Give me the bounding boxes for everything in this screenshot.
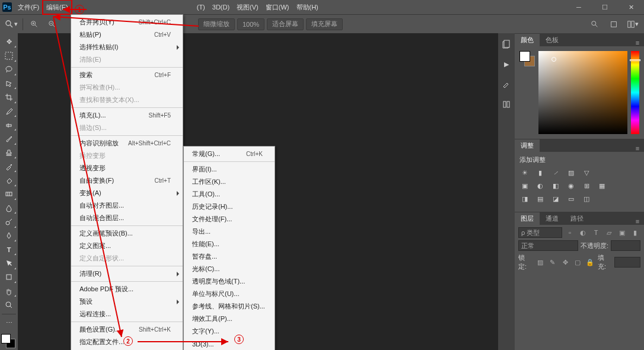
hue-icon[interactable]: ▣ (519, 181, 530, 190)
menu-item[interactable]: 增效工具(P)... (184, 313, 275, 325)
color-swatches[interactable] (0, 333, 18, 350)
brush-tool[interactable] (1, 132, 17, 145)
marquee-tool[interactable] (1, 49, 17, 62)
menu-item[interactable]: 透视变形 (71, 162, 183, 174)
invert-icon[interactable]: ◨ (519, 194, 530, 203)
opacity-input[interactable] (611, 240, 640, 251)
lock-pixel-icon[interactable]: ✎ (547, 257, 557, 268)
edit-toolbar-icon[interactable]: ⋯ (1, 317, 17, 329)
menu-item[interactable]: 自由变换(F)Ctrl+T (71, 174, 183, 187)
filter-smart-icon[interactable]: ▣ (617, 227, 627, 238)
share-icon[interactable] (606, 17, 621, 32)
zoom-in-icon[interactable] (27, 17, 42, 32)
menu-item[interactable]: 定义画笔预设(B)... (71, 227, 183, 240)
menu-file[interactable]: 文件(F) (14, 0, 43, 14)
menu-item[interactable]: 工具(O)... (184, 188, 275, 201)
panel-swatches[interactable] (519, 51, 535, 66)
panel-menu-icon[interactable]: ≡ (631, 39, 644, 46)
fill-input[interactable] (614, 257, 640, 268)
workspace-switcher-icon[interactable]: ▾ (625, 17, 640, 32)
dodge-tool[interactable] (1, 215, 17, 228)
photo-filter-icon[interactable]: ◉ (566, 181, 576, 190)
brightness-icon[interactable]: ☀ (519, 168, 530, 177)
eraser-tool[interactable] (1, 174, 17, 186)
lock-all-icon[interactable]: 🔒 (585, 257, 595, 268)
filter-type-icon[interactable]: T (591, 227, 601, 238)
crop-tool[interactable] (1, 91, 17, 103)
history-brush-tool[interactable] (1, 160, 17, 173)
exposure-icon[interactable]: ▨ (566, 168, 576, 177)
selcolor-icon[interactable]: ◫ (581, 194, 592, 203)
menu-item[interactable]: 常规(G)...Ctrl+K (184, 148, 275, 160)
zoom-out-icon[interactable] (44, 17, 60, 32)
fit-screen-pill[interactable]: 适合屏幕 (267, 18, 304, 30)
menu-item[interactable]: 工作区(K)... (184, 176, 275, 188)
color-picker-field[interactable] (538, 51, 627, 134)
menu-item[interactable]: 定义图案... (71, 240, 183, 252)
shape-tool[interactable] (1, 271, 17, 284)
tab-adjustments[interactable]: 调整 (515, 139, 540, 152)
gradient-tool[interactable] (1, 188, 17, 201)
search-icon[interactable] (587, 17, 602, 32)
poster-icon[interactable]: ▤ (535, 194, 546, 203)
lock-art-icon[interactable]: ▢ (573, 257, 583, 268)
filter-adj-icon[interactable]: ◐ (578, 227, 588, 238)
menu-item[interactable]: 导出... (184, 225, 275, 238)
menu-item[interactable]: 界面(I)... (184, 163, 275, 176)
tab-layers[interactable]: 图层 (515, 212, 540, 225)
zoom-tool[interactable] (1, 298, 17, 311)
menu-item[interactable]: 填充(L)...Shift+F5 (71, 109, 183, 122)
lock-pos-icon[interactable]: ✥ (560, 257, 570, 268)
blend-mode-select[interactable]: 正常 (518, 240, 578, 251)
menu-item[interactable]: 文件处理(F)... (184, 213, 275, 225)
menu-item[interactable]: 内容识别缩放Alt+Shift+Ctrl+C (71, 137, 183, 149)
filter-image-icon[interactable]: ▫ (565, 227, 575, 238)
menu-help[interactable]: 帮助(H) (293, 0, 322, 14)
type-tool[interactable]: T (1, 243, 17, 256)
menu-item[interactable]: 选择性粘贴(I) (71, 41, 183, 53)
menu-3d[interactable]: 3D(D) (209, 0, 233, 14)
history-panel-icon[interactable] (500, 38, 512, 50)
gradmap-icon[interactable]: ▭ (566, 194, 576, 203)
vibrance-icon[interactable]: ▽ (581, 168, 592, 177)
hue-slider[interactable] (631, 51, 639, 134)
blur-tool[interactable] (1, 202, 17, 214)
menu-item[interactable]: 指定配置文件... (71, 336, 183, 348)
tab-paths[interactable]: 路径 (565, 212, 589, 225)
chanmix-icon[interactable]: ⊞ (581, 181, 592, 190)
layer-filter-kind[interactable]: ρ 类型 (518, 227, 562, 238)
menu-edit[interactable]: 编辑(E) (43, 0, 72, 14)
lock-trans-icon[interactable]: ▨ (535, 257, 545, 268)
quick-select-tool[interactable] (1, 77, 17, 90)
filter-toggle-icon[interactable]: ▮ (630, 227, 640, 238)
menu-item[interactable]: 合并拷贝(Y)Shift+Ctrl+C (71, 16, 183, 28)
healing-tool[interactable] (1, 119, 17, 131)
menu-item[interactable]: 3D(3)... (184, 338, 275, 350)
stamp-tool[interactable] (1, 147, 17, 159)
lasso-tool[interactable] (1, 63, 17, 76)
maximize-button[interactable]: ☐ (592, 0, 618, 14)
menu-item[interactable]: 颜色设置(G)...Shift+Ctrl+K (71, 323, 183, 336)
menu-window[interactable]: 窗口(W) (262, 0, 293, 14)
hand-tool[interactable] (1, 285, 17, 297)
path-select-tool[interactable] (1, 257, 17, 269)
tab-channels[interactable]: 通道 (540, 212, 565, 225)
panel-menu-icon[interactable]: ≡ (631, 218, 644, 225)
menu-view[interactable]: 视图(V) (233, 0, 262, 14)
colbal-icon[interactable]: ◐ (535, 181, 546, 190)
menu-item[interactable]: 暂存盘... (184, 250, 275, 263)
brushes-panel-icon[interactable] (500, 78, 512, 90)
menu-item[interactable]: 参考线、网格和切片(S)... (184, 300, 275, 313)
menu-item[interactable]: 变换(A) (71, 187, 183, 199)
fill-screen-pill[interactable]: 填充屏幕 (306, 18, 343, 30)
menu-type[interactable]: (T) (193, 0, 209, 14)
close-button[interactable]: ✕ (618, 0, 644, 14)
menu-item[interactable]: 文字(Y)... (184, 325, 275, 338)
scrubby-zoom-pill[interactable]: 细微缩放 (198, 18, 235, 30)
tool-preset-icon[interactable]: ▾ (4, 17, 19, 32)
menu-item[interactable]: 搜索Ctrl+F (71, 69, 183, 81)
menu-item[interactable]: Adobe PDF 预设... (71, 283, 183, 295)
zoom-100-pill[interactable]: 100% (237, 18, 264, 30)
minimize-button[interactable]: ─ (566, 0, 592, 14)
threshold-icon[interactable]: ◪ (550, 194, 561, 203)
